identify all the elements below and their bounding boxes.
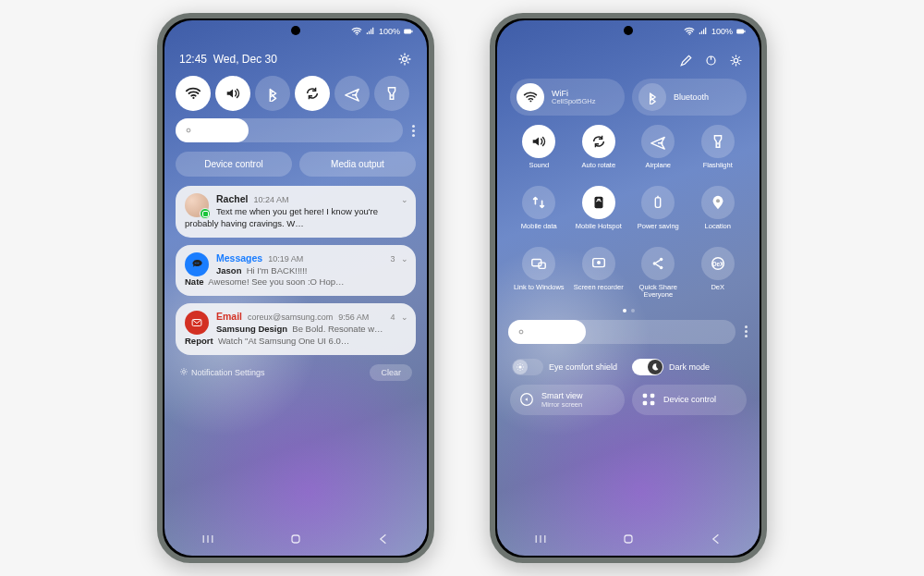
tile-label: Screen recorder — [574, 284, 624, 299]
battery-icon — [736, 26, 747, 37]
toggle-label: Dark mode — [669, 362, 710, 372]
qs-tile-power[interactable]: Power saving — [631, 186, 686, 238]
punch-hole-camera — [624, 26, 633, 35]
screen-quick-settings: 100% WiFiCellSpot5GHz Bluetooth SoundAut… — [497, 20, 760, 556]
home-icon[interactable] — [621, 532, 636, 546]
notif-time: 10:24 AM — [253, 195, 288, 204]
tile-label: Bluetooth — [674, 92, 709, 102]
recents-icon[interactable] — [533, 532, 548, 546]
app-name: Messages — [216, 252, 262, 263]
settings-icon[interactable] — [729, 54, 743, 67]
qs-tile-loc[interactable]: Location — [691, 186, 746, 238]
toggle-sound[interactable] — [215, 76, 250, 111]
toggle-wifi[interactable] — [176, 76, 211, 111]
back-icon[interactable] — [709, 532, 723, 546]
battery-percent: 100% — [711, 27, 733, 36]
notification-card-rachel[interactable]: ⌄ Rachel10:24 AM Text me when you get he… — [176, 186, 416, 238]
panel-header: 12:45 Wed, Dec 30 — [174, 48, 418, 76]
expand-icon[interactable]: ⌄ — [401, 195, 408, 204]
notification-settings-link[interactable]: Notification Settings — [179, 367, 265, 377]
svg-rect-28 — [736, 30, 744, 34]
home-icon[interactable] — [288, 532, 303, 546]
brightness-slider[interactable] — [508, 320, 748, 344]
quick-toggle-row — [174, 76, 418, 118]
toggle-airplane[interactable] — [334, 76, 370, 111]
expand-icon[interactable]: 4 ⌄ — [390, 313, 408, 322]
qs-tile-share[interactable]: Quick Share Everyone — [631, 247, 686, 300]
app-name: Email — [216, 311, 242, 322]
sender-name: Rachel — [216, 193, 248, 204]
notif-body: Text me when you get here! I know you're… — [185, 206, 407, 230]
tile-label: Smart view — [541, 391, 583, 400]
notif-time: 9:56 AM — [338, 313, 369, 322]
cast-icon — [518, 391, 535, 408]
media-output-button[interactable]: Media output — [299, 152, 416, 177]
clear-button[interactable]: Clear — [370, 364, 412, 381]
tile-label: Power saving — [638, 223, 679, 238]
toggle-flashlight[interactable] — [374, 76, 409, 111]
dark-mode-toggle[interactable]: Dark mode — [632, 359, 745, 375]
qs-tile-hotspot[interactable]: Mobile Hotspot — [572, 186, 626, 238]
signal-status-icon — [365, 26, 376, 37]
device-control-button[interactable]: Device control — [176, 152, 292, 177]
messages-app-icon — [185, 252, 209, 276]
grid-icon — [640, 391, 657, 408]
nav-bar — [164, 528, 427, 550]
edit-icon[interactable] — [679, 54, 693, 67]
qs-wifi-tile[interactable]: WiFiCellSpot5GHz — [510, 79, 625, 116]
brightness-more-icon[interactable] — [741, 325, 748, 337]
eye-icon — [516, 362, 525, 372]
qs-tile-sound[interactable]: Sound — [512, 125, 566, 177]
qs-tile-dex[interactable]: DeX — [691, 247, 746, 300]
moon-icon — [650, 362, 660, 372]
battery-percent: 100% — [379, 27, 400, 36]
clock-date: 12:45 Wed, Dec 30 — [179, 53, 277, 66]
qs-tile-rec[interactable]: Screen recorder — [572, 247, 626, 300]
battery-icon — [403, 26, 414, 37]
tile-label: Link to Windows — [514, 284, 565, 299]
settings-icon[interactable] — [397, 52, 412, 67]
svg-rect-29 — [744, 31, 745, 32]
qs-tile-plane[interactable]: Airplane — [631, 125, 686, 177]
phone-frame-left: 100% 12:45 Wed, Dec 30 Device contro — [157, 13, 434, 563]
status-bar: 100% — [351, 26, 414, 37]
qs-tile-link[interactable]: Link to Windows — [512, 247, 566, 300]
nav-bar — [497, 528, 760, 550]
svg-rect-25 — [404, 30, 411, 34]
brightness-fill — [508, 320, 586, 344]
expand-icon[interactable]: 3 ⌄ — [390, 254, 408, 263]
notification-card-messages[interactable]: 3 ⌄ Messages10:19 AM Jason Hi I'm BACK!!… — [176, 245, 416, 297]
phone-frame-right: 100% WiFiCellSpot5GHz Bluetooth SoundAut… — [490, 13, 767, 563]
device-control-tile[interactable]: Device control — [632, 385, 747, 415]
brightness-fill — [176, 118, 249, 142]
power-icon[interactable] — [704, 54, 718, 67]
qs-tile-rotate[interactable]: Auto rotate — [572, 125, 626, 177]
tile-label: Location — [705, 223, 731, 238]
tile-label: DeX — [711, 284, 724, 299]
notif-time: 10:19 AM — [268, 254, 303, 263]
wifi-status-icon — [351, 26, 362, 37]
email-address: coreux@samsung.com — [248, 313, 333, 322]
qs-bluetooth-tile[interactable]: Bluetooth — [632, 79, 747, 116]
signal-status-icon — [698, 26, 709, 37]
tile-label: Flashlight — [703, 162, 733, 177]
smart-view-tile[interactable]: Smart viewMirror screen — [510, 385, 625, 415]
tile-label: Auto rotate — [581, 162, 615, 177]
punch-hole-camera — [291, 26, 300, 35]
brightness-slider[interactable] — [176, 118, 416, 142]
qs-tile-data[interactable]: Mobile data — [512, 186, 566, 238]
recents-icon[interactable] — [201, 532, 215, 546]
qs-header — [506, 48, 750, 79]
back-icon[interactable] — [376, 532, 391, 546]
toggle-bluetooth[interactable] — [255, 76, 290, 111]
eye-comfort-toggle[interactable]: Eye comfort shield — [512, 359, 625, 375]
tile-label: Airplane — [645, 162, 671, 177]
brightness-more-icon[interactable] — [408, 125, 416, 137]
screen-notification-panel: 100% 12:45 Wed, Dec 30 Device contro — [164, 20, 427, 556]
tile-sublabel: Mirror screen — [541, 400, 583, 409]
qs-tile-torch[interactable]: Flashlight — [691, 125, 746, 177]
bluetooth-icon — [645, 90, 660, 104]
toggle-auto-rotate[interactable] — [295, 76, 330, 111]
notification-card-email[interactable]: 4 ⌄ Emailcoreux@samsung.com9:56 AM Samsu… — [176, 303, 416, 355]
tile-label: Mobile Hotspot — [576, 223, 622, 238]
